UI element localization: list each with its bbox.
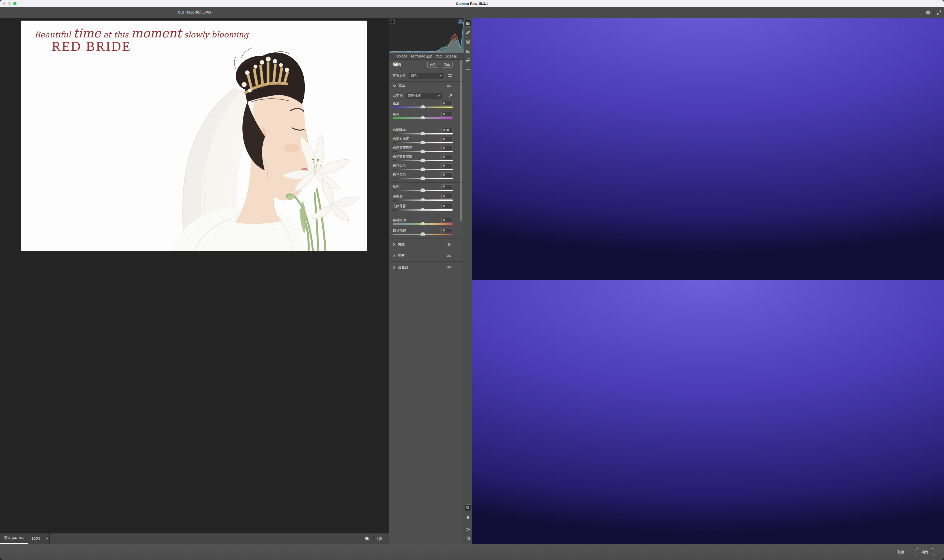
slider-exposure: 自动曝光0.00 xyxy=(389,128,464,137)
slider-track[interactable] xyxy=(393,106,453,108)
slider-track[interactable] xyxy=(393,190,453,191)
slider-value-input[interactable]: 0 xyxy=(441,228,453,233)
edit-title: 编辑 xyxy=(393,62,425,67)
section-detail-title: 细节 xyxy=(398,254,453,258)
slider-whites: 自动白色0 xyxy=(389,163,464,172)
slider-value-input[interactable]: 0 xyxy=(441,146,453,150)
slider-track[interactable] xyxy=(393,169,453,170)
slider-value-input[interactable]: 0 xyxy=(441,112,453,117)
fullscreen-window-button[interactable] xyxy=(13,2,17,5)
slider-contrast: 自动对比度0 xyxy=(389,137,464,146)
slider-texture: 纹理0 xyxy=(389,184,464,194)
slider-dehaze: 去除薄雾0 xyxy=(389,204,464,214)
detail-visibility-eye-icon[interactable] xyxy=(447,254,452,257)
histogram-svg xyxy=(389,18,464,53)
slider-track[interactable] xyxy=(393,160,453,161)
presets-tool-icon[interactable] xyxy=(465,57,471,63)
chevron-right-icon xyxy=(393,266,395,269)
camera-raw-window: Camera Raw 15.3.1 CUI_4866 拷贝.JPG xyxy=(0,0,472,280)
edit-header: 编辑 自动 黑白 xyxy=(389,60,464,70)
chevron-right-icon xyxy=(393,254,395,257)
bride-photo-illustration xyxy=(21,21,367,251)
slider-track[interactable] xyxy=(393,178,453,179)
exif-lens: 24-70@70 毫米 xyxy=(410,54,432,58)
preview-canvas: Beautiful time at this moment slowly blo… xyxy=(0,18,389,280)
exif-shutter: 1/125 秒 xyxy=(445,54,457,58)
red-eye-tool-icon[interactable] xyxy=(465,48,471,54)
slider-value-input[interactable]: 0 xyxy=(441,137,453,141)
section-basic-header[interactable]: 基本 xyxy=(389,82,464,90)
slider-temperature: 色温0 xyxy=(389,101,464,112)
minimize-window-button[interactable] xyxy=(8,2,11,5)
slider-track[interactable] xyxy=(393,117,453,119)
more-options-icon[interactable] xyxy=(465,66,471,73)
open-filename: CUI_4866 拷贝.JPG xyxy=(0,7,389,18)
tool-column xyxy=(464,18,472,280)
section-basic-title: 基本 xyxy=(399,83,453,88)
slider-value-input[interactable]: 0 xyxy=(441,172,453,177)
exif-iso: ISO 100 xyxy=(396,55,407,58)
histogram[interactable] xyxy=(389,18,464,54)
main-area: Beautiful time at this moment slowly blo… xyxy=(0,18,472,280)
mixer-visibility-eye-icon[interactable] xyxy=(447,265,452,269)
file-bar: CUI_4866 拷贝.JPG xyxy=(0,7,472,18)
slider-track[interactable] xyxy=(393,223,453,225)
slider-track[interactable] xyxy=(393,209,453,211)
slider-value-input[interactable]: 0 xyxy=(441,101,453,106)
edit-tool-button[interactable] xyxy=(465,20,471,26)
shadow-clipping-toggle[interactable] xyxy=(390,19,395,24)
photo-headline: RED BRIDE xyxy=(52,38,131,54)
white-balance-dropdown[interactable]: 原照设置 xyxy=(406,93,442,99)
section-mixer-header[interactable]: 混色器 xyxy=(389,262,464,273)
slider-value-input[interactable]: 0 xyxy=(441,184,453,189)
profile-row: 配置文件 颜色 xyxy=(389,70,464,81)
window-title: Camera Raw 15.3.1 xyxy=(456,2,472,6)
title-bar: Camera Raw 15.3.1 xyxy=(0,0,472,7)
auto-adjust-button[interactable]: 自动 xyxy=(427,62,439,68)
slider-track[interactable] xyxy=(393,200,453,201)
profile-browser-icon[interactable] xyxy=(448,73,453,78)
section-detail-header[interactable]: 细节 xyxy=(389,250,464,261)
highlight-clipping-toggle[interactable] xyxy=(458,19,463,24)
slider-shadows: 自动调整阴影0 xyxy=(389,154,464,163)
exif-aperture: f/3.2 xyxy=(436,55,442,58)
curves-visibility-eye-icon[interactable] xyxy=(447,243,452,246)
photo-preview[interactable]: Beautiful time at this moment slowly blo… xyxy=(21,21,367,251)
chevron-down-icon xyxy=(393,85,396,87)
basic-visibility-eye-icon[interactable] xyxy=(447,84,452,88)
slider-track[interactable] xyxy=(393,151,453,152)
white-balance-label: 白平衡 xyxy=(393,94,406,98)
slider-value-input[interactable]: 0 xyxy=(441,154,453,159)
slider-blacks: 自动黑色0 xyxy=(389,172,464,182)
profile-dropdown[interactable]: 颜色 xyxy=(409,73,445,79)
black-white-button[interactable]: 黑白 xyxy=(441,62,453,68)
canvas-column: Beautiful time at this moment slowly blo… xyxy=(0,18,389,280)
section-curves-header[interactable]: 曲线 xyxy=(389,239,464,250)
slider-value-input[interactable]: 0 xyxy=(441,194,453,199)
white-balance-row: 白平衡 原照设置 xyxy=(389,90,464,101)
chevron-right-icon xyxy=(393,243,395,246)
section-mixer-title: 混色器 xyxy=(398,265,453,270)
slider-value-input[interactable]: 0 xyxy=(441,204,453,208)
slider-value-input[interactable]: 0 xyxy=(441,218,453,223)
exif-bar: ISO 100 24-70@70 毫米 f/3.2 1/125 秒 xyxy=(389,54,464,60)
white-balance-eyedropper-icon[interactable] xyxy=(448,94,453,98)
edit-panel: ISO 100 24-70@70 毫米 f/3.2 1/125 秒 编辑 自动 … xyxy=(389,18,464,280)
section-curves-title: 曲线 xyxy=(398,242,453,247)
slider-vibrance: 自动振动0 xyxy=(389,218,464,228)
slider-highlights: 自动高亮显示0 xyxy=(389,146,464,154)
slider-clarity: 清晰度0 xyxy=(389,194,464,204)
slider-value-input[interactable]: 0 xyxy=(441,163,453,168)
panel-scrollbar[interactable] xyxy=(460,60,462,221)
slider-track[interactable] xyxy=(393,133,453,134)
slider-tint: 色调0 xyxy=(389,112,464,123)
slider-track[interactable] xyxy=(393,142,453,143)
slider-value-input[interactable]: 0.00 xyxy=(441,128,453,132)
healing-brush-tool-icon[interactable] xyxy=(465,29,471,36)
slider-track[interactable] xyxy=(393,234,453,235)
masking-tool-icon[interactable] xyxy=(465,38,471,45)
close-window-button[interactable] xyxy=(2,2,6,5)
profile-label: 配置文件 xyxy=(393,74,409,78)
slider-saturation: 自动饱和0 xyxy=(389,228,464,238)
traffic-lights xyxy=(2,2,17,5)
